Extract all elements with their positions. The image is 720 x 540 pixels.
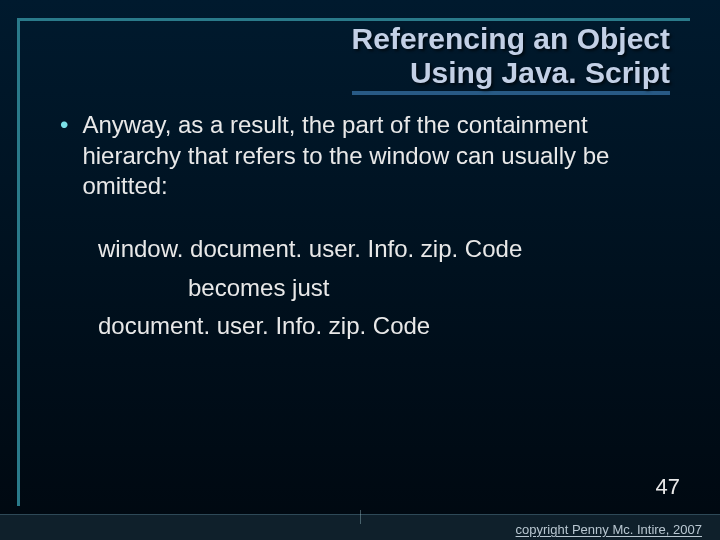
frame-top-rule xyxy=(17,18,690,21)
code-example: window. document. user. Info. zip. Code … xyxy=(98,230,675,345)
code-line-1: window. document. user. Info. zip. Code xyxy=(98,230,675,268)
content-area: • Anyway, as a result, the part of the c… xyxy=(58,110,675,345)
bullet-text: Anyway, as a result, the part of the con… xyxy=(82,110,675,202)
bullet-dot-icon: • xyxy=(60,110,68,141)
slide: Referencing an Object Using Java. Script… xyxy=(0,0,720,540)
code-line-3: document. user. Info. zip. Code xyxy=(98,307,675,345)
frame-left-rule xyxy=(17,18,20,506)
footer-tick xyxy=(360,510,361,524)
code-line-2: becomes just xyxy=(98,269,675,307)
title-line-1: Referencing an Object xyxy=(352,22,670,56)
bullet-item: • Anyway, as a result, the part of the c… xyxy=(58,110,675,202)
page-number: 47 xyxy=(656,474,680,500)
title-container: Referencing an Object Using Java. Script xyxy=(50,22,670,95)
title-line-2: Using Java. Script xyxy=(352,56,670,90)
copyright-text: copyright Penny Mc. Intire, 2007 xyxy=(516,522,702,537)
slide-title: Referencing an Object Using Java. Script xyxy=(352,22,670,95)
